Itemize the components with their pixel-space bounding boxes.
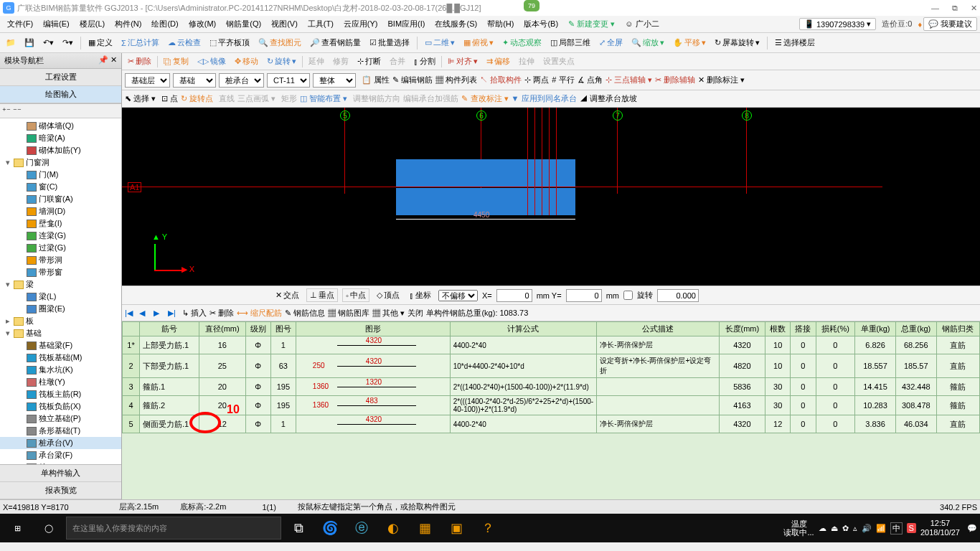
rebar-info-button[interactable]: ✎ 钢筋信息 (285, 308, 325, 319)
rebar-lib-button[interactable]: ▦ 钢筋图库 (328, 308, 369, 319)
menu-file[interactable]: 文件(F) (3, 17, 37, 31)
local-3d-button[interactable]: ◫ 局部三维 (547, 36, 593, 50)
two-point-button[interactable]: ⊹ 两点 (524, 75, 549, 85)
redo-button[interactable]: ↷▾ (60, 37, 76, 49)
point-tool[interactable]: ⊡ 点 (161, 93, 178, 104)
point-angle-button[interactable]: ∡ 点角 (578, 75, 603, 85)
break-button[interactable]: ⊹ 打断 (354, 55, 384, 67)
floor-combo[interactable]: 基础层 (125, 73, 170, 88)
name-combo[interactable]: CT-11 (267, 73, 310, 88)
adjust-dir-button[interactable]: 调整钢筋方向 (353, 93, 400, 104)
system-tray[interactable]: 温度读取中... ☁⏏✿▵🔊📶 中 S 12:572018/10/27 💬 (783, 519, 977, 537)
tree-item[interactable]: 窗(C) (0, 181, 121, 193)
line-tool[interactable]: 直线 (219, 93, 235, 104)
tree-item[interactable]: 承台梁(F) (0, 449, 121, 461)
rotate-checkbox[interactable] (623, 291, 633, 300)
tree-item[interactable]: 壁龛(I) (0, 217, 121, 230)
orbit-button[interactable]: ✦ 动态观察 (499, 36, 545, 50)
move-button[interactable]: ✥ 移动 (232, 55, 261, 67)
select-floor-button[interactable]: ☰ 选择楼层 (772, 36, 818, 50)
tree-item[interactable]: 门(M) (0, 169, 121, 181)
menu-view[interactable]: 视图(V) (267, 17, 302, 31)
find-button[interactable]: 🔍 查找图元 (255, 36, 304, 50)
app-icon-5[interactable]: ？ (473, 514, 502, 542)
pick-button[interactable]: ↖ 拾取构件 (480, 75, 522, 85)
tree-item[interactable]: 基础梁(F) (0, 339, 121, 352)
rotate-button[interactable]: ↻ 旋转 ▾ (264, 55, 299, 67)
tree-item[interactable]: 圈梁(E) (0, 303, 121, 315)
clock[interactable]: 12:572018/10/27 (920, 519, 963, 537)
delete-row-button[interactable]: ✂ 删除 (209, 308, 234, 319)
rect-tool[interactable]: 矩形 (281, 93, 297, 104)
trim-button[interactable]: 修剪 (330, 55, 352, 67)
rotate-point-tool[interactable]: ↻ 旋转点 (181, 93, 213, 104)
del-aux-button[interactable]: ✂ 删除辅轴 (655, 75, 695, 85)
drawing-canvas[interactable]: 5 6 7 8 A1 4450 ▲ Y ▶ X (122, 108, 980, 286)
pin-icon[interactable]: 📌 ✕ (98, 55, 117, 66)
table-row[interactable]: 4箍筋.220Φ19513604832*(((1400-2*40-2*d-25)… (123, 396, 980, 415)
2d-button[interactable]: ▭ 二维 ▾ (422, 36, 458, 50)
insert-row-button[interactable]: ↳ 插入 (182, 308, 207, 319)
define-button[interactable]: ▦ 定义 (85, 36, 116, 50)
tree-item[interactable]: 集水坑(K) (0, 364, 121, 376)
app-icon-1[interactable]: 🌀 (316, 514, 344, 542)
apply-same-button[interactable]: ▼ 应用到同名承台 (512, 93, 577, 104)
close-table-button[interactable]: 关闭 (407, 308, 423, 319)
tab-single-input[interactable]: 单构件输入 (0, 465, 121, 482)
cortana-button[interactable]: ◯ (34, 514, 63, 542)
rotate-input[interactable] (657, 289, 699, 302)
tree-item[interactable]: 带形窗 (0, 266, 121, 278)
snap-mid[interactable]: ◦ 中点 (342, 288, 369, 302)
tab-report[interactable]: 报表预览 (0, 482, 121, 499)
tree-item[interactable]: 门联窗(A) (0, 193, 121, 205)
table-row[interactable]: 3箍筋.120Φ195136013202*((1400-2*40)+(1500-… (123, 378, 980, 396)
snap-coord[interactable]: ⫿ 坐标 (407, 289, 434, 301)
next-row-button[interactable]: ▶ (154, 309, 165, 318)
snap-vertex[interactable]: ◇ 顶点 (374, 289, 402, 301)
menu-tools[interactable]: 工具(T) (303, 17, 338, 31)
ie-icon[interactable]: ⓔ (347, 514, 376, 542)
tree-item[interactable]: ▾梁 (0, 278, 121, 291)
cloud-check-button[interactable]: ☁ 云检查 (165, 36, 204, 50)
parallel-button[interactable]: # 平行 (552, 75, 574, 85)
extend-button[interactable]: 延伸 (306, 55, 327, 67)
offset-mode-combo[interactable]: 不偏移 (438, 290, 478, 301)
tree-item[interactable]: 筏板主筋(R) (0, 388, 121, 400)
arc-tool[interactable]: 三点画弧 ▾ (237, 93, 275, 104)
tree-item[interactable]: 带形洞 (0, 254, 121, 266)
menu-component[interactable]: 构件(N) (110, 17, 146, 31)
delete-button[interactable]: ✂ 删除 (125, 55, 154, 67)
edit-reinforce-button[interactable]: 编辑承台加强筋 (403, 93, 458, 104)
suggest-button[interactable]: 💬 我要建议 (923, 17, 977, 31)
menu-cloud[interactable]: 云应用(Y) (339, 17, 382, 31)
type-combo[interactable]: 桩承台 (219, 73, 264, 88)
snap-perp[interactable]: ⊥ 垂点 (306, 288, 338, 302)
new-change-button[interactable]: ✎ 新建变更 ▾ (564, 17, 619, 31)
tree-item[interactable]: 砌体加筋(Y) (0, 144, 121, 156)
select-tool[interactable]: ⬉ 选择 ▾ (125, 93, 156, 104)
user-label[interactable]: ☺ 广小二 (621, 17, 663, 31)
split-button[interactable]: ⫿ 分割 (411, 55, 438, 67)
tree-item[interactable]: 独立基础(P) (0, 413, 121, 425)
taskview-icon[interactable]: ⧉ (284, 514, 313, 542)
tab-draw-input[interactable]: 绘图输入 (0, 86, 121, 103)
merge-button[interactable]: 合并 (387, 55, 408, 67)
app-icon-4[interactable]: ▣ (442, 514, 471, 542)
fullscreen-button[interactable]: ⤢ 全屏 (596, 36, 626, 50)
save-button[interactable]: 💾 (22, 37, 37, 49)
minimize-button[interactable]: — (931, 4, 939, 13)
align-button[interactable]: ⊫ 对齐 ▾ (445, 55, 481, 67)
tree-item[interactable]: ▾门窗洞 (0, 156, 121, 169)
table-row[interactable]: 1*上部受力筋.116Φ143204400-2*40净长-两倍保护层432010… (123, 336, 980, 354)
menu-rebar[interactable]: 钢筋量(Q) (222, 17, 265, 31)
tree-item[interactable]: 筏板基础(M) (0, 352, 121, 364)
top-view-button[interactable]: ▦ 俯视 ▾ (461, 36, 496, 50)
start-button[interactable]: ⊞ (3, 514, 32, 542)
tree-item[interactable]: 桩承台(V) (0, 437, 121, 449)
smart-layout-button[interactable]: ◫ 智能布置 ▾ (300, 93, 347, 104)
other-button[interactable]: ▦ 其他 ▾ (372, 308, 405, 319)
tree-item[interactable]: 筏板负筋(X) (0, 400, 121, 413)
copy-button[interactable]: ⿻ 复制 (161, 55, 192, 67)
tree-item[interactable]: 墙洞(D) (0, 205, 121, 217)
component-tree[interactable]: 砌体墙(Q)暗梁(A)砌体加筋(Y)▾门窗洞门(M)窗(C)门联窗(A)墙洞(D… (0, 118, 121, 464)
